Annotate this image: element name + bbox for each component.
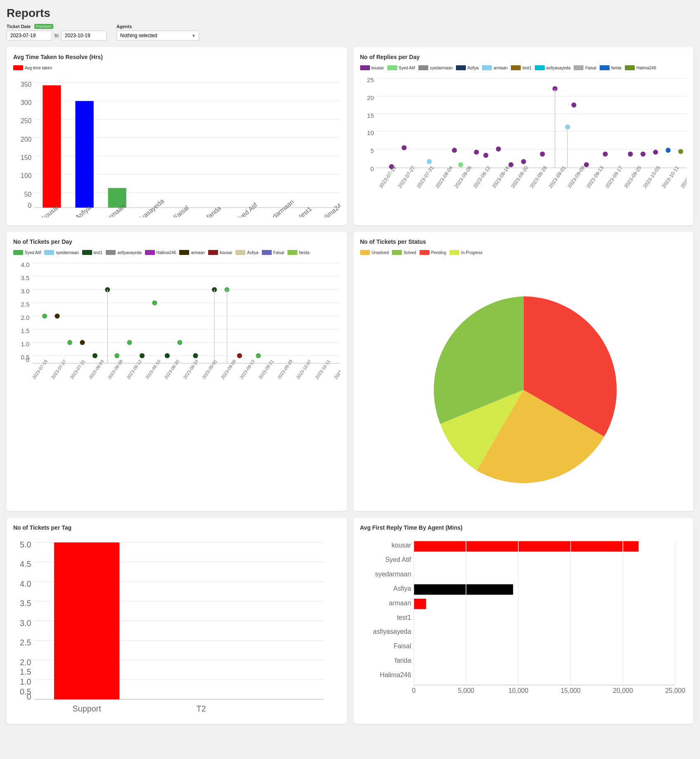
avg-resolve-chart: 350 300 250 200 150 100 50 0 kous	[13, 74, 340, 217]
svg-text:Faisal: Faisal	[172, 204, 190, 217]
replies-per-day-panel: No of Replies per Day kousar Syed Atif s…	[354, 47, 694, 225]
svg-point-51	[571, 102, 576, 107]
svg-text:0: 0	[370, 165, 374, 172]
bar-support	[54, 542, 119, 700]
svg-point-99	[80, 340, 85, 345]
svg-text:2023-08-08: 2023-08-08	[453, 165, 472, 189]
svg-text:3.0: 3.0	[21, 288, 29, 295]
legend-test1: test1	[511, 65, 532, 70]
status-pie-chart	[396, 262, 651, 500]
label-support: Support	[72, 704, 101, 714]
svg-text:2.0: 2.0	[20, 658, 31, 667]
svg-text:2023-10-07: 2023-10-07	[295, 359, 312, 380]
svg-point-55	[640, 152, 645, 157]
svg-text:0: 0	[28, 202, 32, 209]
svg-text:5.0: 5.0	[20, 540, 31, 549]
replies-legend: kousar Syed Atif syedarmaan Asfiya armaa…	[360, 65, 687, 70]
svg-text:2023-09-09: 2023-09-09	[566, 165, 586, 189]
svg-point-108	[193, 353, 198, 358]
agents-select[interactable]: Nothing selected	[116, 31, 199, 40]
svg-text:150: 150	[21, 154, 32, 161]
svg-text:2023-10-19: 2023-10-19	[333, 359, 340, 380]
tickets-per-day-panel: No of Tickets per Day Syed Atif syedarma…	[7, 232, 347, 511]
svg-text:3.0: 3.0	[20, 619, 31, 628]
legend-syed-atif-color	[387, 65, 397, 70]
svg-point-105	[152, 300, 157, 305]
svg-point-44	[483, 153, 488, 158]
svg-text:2023-07-19: 2023-07-19	[31, 359, 48, 380]
legend-farida: farida	[600, 65, 622, 70]
premium-badge: Premium!	[34, 24, 54, 29]
svg-text:test1: test1	[397, 614, 411, 621]
svg-point-112	[256, 353, 261, 358]
svg-point-52	[584, 162, 588, 167]
svg-text:2023-08-12: 2023-08-12	[126, 359, 142, 380]
svg-text:2023-07-31: 2023-07-31	[69, 359, 86, 380]
svg-text:2023-09-01: 2023-09-01	[201, 359, 218, 380]
svg-text:0: 0	[26, 356, 29, 363]
legend-syedarmaan-color	[418, 65, 428, 70]
avg-resolve-title: Avg Time Taken to Resolve (Hrs)	[13, 54, 340, 60]
svg-text:25,000: 25,000	[665, 687, 685, 694]
svg-text:2023-09-25: 2023-09-25	[623, 165, 642, 189]
svg-text:5,000: 5,000	[458, 687, 474, 694]
svg-text:2023-08-16: 2023-08-16	[491, 165, 510, 189]
svg-text:0: 0	[412, 687, 415, 694]
svg-text:1.5: 1.5	[21, 327, 29, 334]
svg-text:2023-08-04: 2023-08-04	[434, 165, 453, 189]
legend-syed-atif: Syed Atif	[387, 65, 415, 70]
legend-kousar-color	[360, 65, 370, 70]
legend-avg-time-label: Avg time taken	[25, 66, 52, 70]
avg-first-reply-panel: Avg First Reply Time By Agent (Mins) kou…	[354, 518, 694, 723]
svg-text:2023-10-11: 2023-10-11	[314, 359, 331, 380]
legend-asfiyasayeda-color	[535, 65, 545, 70]
svg-text:2023-07-31: 2023-07-31	[415, 165, 435, 189]
svg-text:20: 20	[367, 94, 374, 101]
date-to-input[interactable]	[61, 31, 107, 40]
svg-text:15,000: 15,000	[560, 687, 581, 694]
svg-text:3.5: 3.5	[21, 275, 29, 282]
svg-point-47	[521, 159, 526, 164]
svg-text:2.5: 2.5	[20, 638, 31, 647]
legend-farida-color	[600, 65, 610, 70]
hbar-kousar	[413, 541, 638, 552]
svg-text:2023-07-19: 2023-07-19	[377, 165, 397, 189]
svg-text:syedarmaan: syedarmaan	[375, 571, 411, 578]
replies-per-day-chart: 25 20 15 10 5 0	[360, 74, 687, 199]
svg-text:kousar: kousar	[391, 542, 411, 549]
status-legend: Unsolved Solved Pending In-Progress	[360, 250, 687, 255]
legend-armaan-r: armaan	[482, 65, 508, 70]
svg-point-53	[603, 152, 607, 157]
ticket-date-label: Ticket Date	[7, 24, 31, 29]
svg-text:Asfiya: Asfiya	[393, 585, 411, 592]
svg-point-57	[665, 148, 670, 153]
svg-point-107	[177, 340, 182, 345]
legend-asfiyasayeda: asfiyasayeda	[535, 65, 570, 70]
tickets-per-day-title: No of Tickets per Day	[13, 238, 340, 245]
svg-text:test1: test1	[298, 205, 313, 217]
svg-point-40	[427, 159, 432, 164]
hbar-asfiya	[413, 584, 513, 595]
svg-text:Faisal: Faisal	[394, 643, 411, 650]
legend-asfiya-r: Asfiya	[456, 65, 479, 70]
svg-point-104	[140, 353, 145, 358]
legend-avg-time-color	[13, 65, 23, 70]
avg-first-reply-chart: kousar Syed Atif syedarmaan Asfiya armaa…	[360, 536, 687, 700]
svg-text:2023-08-08: 2023-08-08	[107, 359, 123, 380]
date-from-input[interactable]	[7, 31, 52, 40]
legend-faisal-color	[574, 65, 584, 70]
svg-text:15: 15	[367, 112, 374, 119]
svg-text:2.0: 2.0	[21, 314, 29, 321]
avg-resolve-legend: Avg time taken	[13, 65, 340, 70]
svg-text:4.5: 4.5	[20, 559, 31, 569]
agents-label: Agents	[116, 24, 199, 29]
tickets-per-day-chart: 4.0 3.5 3.0 2.5 2.0 1.5 1.0 0.5 0	[13, 258, 340, 390]
svg-point-41	[452, 148, 457, 153]
legend-faisal: Faisal	[574, 65, 596, 70]
page-title: Reports	[7, 7, 693, 20]
svg-text:2023-08-24: 2023-08-24	[182, 359, 199, 380]
svg-point-54	[628, 152, 633, 157]
filter-bar: Ticket Date Premium! to Agents Nothing s…	[7, 24, 693, 40]
ticket-date-field: Ticket Date Premium! to	[7, 24, 107, 40]
svg-text:2023-08-04: 2023-08-04	[88, 359, 105, 380]
